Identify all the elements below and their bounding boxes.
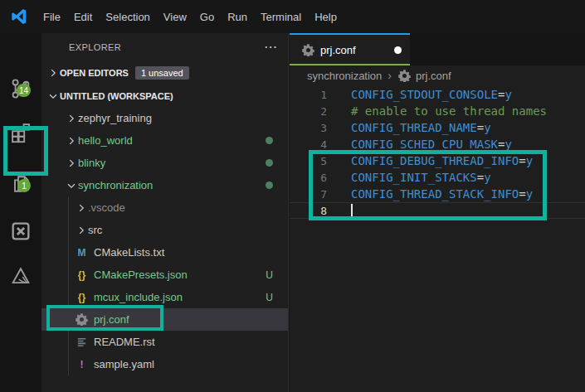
- tree-item-label: CMakePresets.json: [94, 269, 188, 281]
- gear-icon: [397, 69, 412, 83]
- chevron-right-icon: [65, 112, 78, 125]
- tree-item-sample-yaml[interactable]: !sample.yaml: [41, 353, 288, 375]
- code-line-5[interactable]: 5CONFIG_DEBUG_THREAD_INFO=y: [290, 152, 585, 169]
- breadcrumb-item-prj-conf[interactable]: prj.conf: [397, 69, 451, 83]
- tree-item-label: hello_world: [78, 134, 133, 147]
- menu-edit[interactable]: Edit: [67, 7, 99, 27]
- activity-bar: 141: [0, 33, 41, 392]
- token-ident: CONFIG_DEBUG_THREAD_INFO: [351, 154, 519, 167]
- token-op: =: [477, 121, 484, 134]
- activity-item-source-control[interactable]: 14: [2, 66, 39, 111]
- tree-item-cmakepresets-json[interactable]: {}CMakePresets.jsonU: [41, 264, 288, 286]
- file-tree: zephyr_traininghello_worldblinkysynchron…: [41, 107, 288, 375]
- code-line-4[interactable]: 4CONFIG_SCHED_CPU_MASK=y: [290, 136, 585, 152]
- line-number: 8: [290, 205, 327, 217]
- tree-item-zephyr-training[interactable]: zephyr_training: [41, 107, 288, 129]
- modified-indicator-icon[interactable]: [394, 46, 402, 54]
- code-editor[interactable]: 1CONFIG_STDOUT_CONSOLE=y2# enable to use…: [290, 85, 585, 392]
- section-untitled-workspace-[interactable]: UNTITLED (WORKSPACE): [41, 85, 288, 107]
- triangle-wrench-icon: [9, 264, 32, 288]
- tree-item-label: mcux_include.json: [94, 291, 183, 303]
- line-number: 2: [290, 105, 327, 118]
- breadcrumb-separator-icon: ›: [388, 69, 392, 82]
- tree-item-blinky[interactable]: blinky: [41, 152, 288, 174]
- explorer-title: EXPLORER: [69, 42, 121, 52]
- tree-item-synchronization[interactable]: synchronization: [41, 174, 288, 196]
- menu-selection[interactable]: Selection: [99, 7, 156, 27]
- tree-item-cmakelists-txt[interactable]: MCMakeLists.txt: [41, 241, 288, 264]
- token-op: =: [519, 187, 525, 201]
- source-control-icon: 14: [9, 77, 32, 100]
- activity-item-extensions[interactable]: [2, 110, 39, 155]
- yaml-bang-icon: !: [75, 357, 89, 371]
- gear-icon: [75, 312, 89, 327]
- tab-bar: prj.conf: [290, 33, 585, 65]
- token-val: y: [526, 154, 533, 167]
- token-ident: CONFIG_STDOUT_CONSOLE: [351, 88, 498, 101]
- breadcrumb-item-synchronization[interactable]: synchronization: [307, 70, 382, 82]
- token-comment: # enable to use thread names: [351, 104, 547, 118]
- cmake-icon: M: [75, 245, 89, 259]
- tree-item-readme-rst[interactable]: README.rst: [41, 331, 288, 353]
- code-text: CONFIG_INIT_STACKS=y: [327, 171, 491, 184]
- green-dot-indicator: [266, 181, 273, 189]
- token-val: y: [505, 138, 511, 151]
- activity-item-build-tools[interactable]: [2, 254, 39, 298]
- menu-file[interactable]: File: [37, 7, 67, 27]
- unsaved-badge: 1 unsaved: [135, 66, 189, 80]
- explorer-header: EXPLORER ⋯: [41, 33, 288, 61]
- chevron-down-icon: [46, 90, 60, 103]
- breadcrumb: synchronization›prj.conf: [290, 65, 585, 85]
- sidebar-sections: OPEN EDITORS1 unsavedUNTITLED (WORKSPACE…: [41, 61, 288, 107]
- git-untracked-badge: U: [266, 269, 273, 281]
- tree-item-label: zephyr_training: [78, 112, 152, 124]
- menu-run[interactable]: Run: [221, 7, 254, 27]
- tree-item--vscode[interactable]: .vscode: [41, 196, 288, 219]
- token-val: y: [526, 187, 533, 201]
- token-val: y: [505, 88, 511, 101]
- tab-prj-conf[interactable]: prj.conf: [290, 33, 410, 65]
- activity-item-explorer[interactable]: 1: [2, 162, 39, 206]
- token-op: =: [477, 171, 484, 184]
- more-actions-icon[interactable]: ⋯: [264, 43, 278, 51]
- chevron-right-icon: [65, 157, 78, 170]
- code-line-7[interactable]: 7CONFIG_THREAD_STACK_INFO=y: [290, 186, 585, 202]
- explorer-sidebar: EXPLORER ⋯ OPEN EDITORS1 unsavedUNTITLED…: [41, 33, 289, 392]
- menu-go[interactable]: Go: [193, 7, 221, 27]
- code-line-6[interactable]: 6CONFIG_INIT_STACKS=y: [290, 169, 585, 186]
- code-line-8[interactable]: 8: [290, 202, 585, 219]
- menu-view[interactable]: View: [157, 7, 193, 27]
- line-number: 1: [290, 89, 327, 101]
- section-open-editors[interactable]: OPEN EDITORS1 unsaved: [41, 61, 288, 85]
- extensions-icon: [9, 121, 32, 144]
- menu-terminal[interactable]: Terminal: [254, 7, 308, 27]
- chevron-down-icon: [65, 179, 78, 192]
- code-text: CONFIG_STDOUT_CONSOLE=y: [327, 88, 512, 101]
- line-number: 7: [290, 188, 327, 201]
- token-ident: CONFIG_THREAD_NAME: [351, 121, 477, 134]
- code-line-1[interactable]: 1CONFIG_STDOUT_CONSOLE=y: [290, 86, 585, 103]
- line-number: 3: [290, 122, 327, 134]
- vscode-logo-icon: [10, 7, 28, 26]
- activity-badge: 1: [17, 179, 31, 192]
- tree-item-src[interactable]: src: [41, 219, 288, 241]
- readme-lines-icon: [75, 335, 89, 349]
- tree-item-label: sample.yaml: [94, 358, 154, 370]
- green-dot-indicator: [266, 159, 273, 167]
- git-untracked-badge: U: [266, 292, 273, 303]
- tab-label: prj.conf: [320, 44, 356, 56]
- menu-help[interactable]: Help: [308, 7, 344, 27]
- tree-item-mcux-include-json[interactable]: {}mcux_include.jsonU: [41, 286, 288, 308]
- menu-bar: FileEditSelectionViewGoRunTerminalHelp: [37, 7, 344, 27]
- code-line-3[interactable]: 3CONFIG_THREAD_NAME=y: [290, 119, 585, 136]
- editor-area: prj.conf synchronization›prj.conf 1CONFI…: [290, 33, 585, 392]
- tree-item-label: synchronization: [78, 179, 153, 191]
- gear-icon: [301, 43, 315, 57]
- tree-indent-guide: [68, 196, 69, 375]
- tree-item-prj-conf[interactable]: prj.conf: [41, 308, 288, 331]
- tree-item-hello-world[interactable]: hello_world: [41, 129, 288, 152]
- code-line-2[interactable]: 2# enable to use thread names: [290, 103, 585, 119]
- token-ident: CONFIG_THREAD_STACK_INFO: [351, 187, 519, 201]
- activity-item-x-extension[interactable]: [2, 209, 39, 254]
- chevron-right-icon: [46, 66, 60, 80]
